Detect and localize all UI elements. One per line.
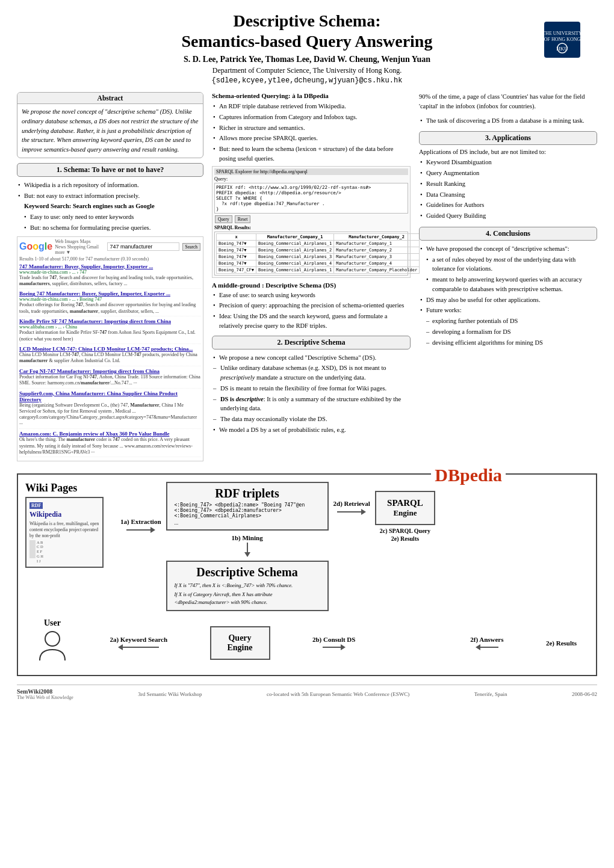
query-engine-box: Query Engine <box>210 626 270 660</box>
rdf-code-1: <:Boeing_747> <dbpedia2:name> "Boeing 74… <box>175 502 320 508</box>
s2-item-6: We model a DS by a set of probabilistic … <box>212 425 411 435</box>
footer-colocated: co-located with 5th European Semantic We… <box>267 691 409 697</box>
s4-item-3: meant to help answering keyword queries … <box>419 275 597 294</box>
sparql-results-area: x Manufacturer_Company_1 Manufacturer_Co… <box>214 232 408 275</box>
user-section: User <box>37 618 67 668</box>
s4-item-7: developing a formalism for DS <box>419 327 597 337</box>
footer-date: 2008-06-02 <box>572 691 597 697</box>
query-engine-sub: Engine <box>220 643 261 653</box>
s4-item-4: DS may also be useful for other applicat… <box>419 295 597 305</box>
so-item-1: An RDF triple database retrieved from Wi… <box>212 102 411 111</box>
rdf-code-2: <:Boeing_747> <dbpedia2:manufacturer><:B… <box>175 508 320 519</box>
hku-logo: THE UNIVERSITY OF HONG KONG HKU <box>544 22 580 58</box>
wiki-box: RDF Wikipedia Wikipedia is a free, multi… <box>25 497 104 567</box>
google-logo: Google <box>19 241 52 252</box>
sparql-reset-button[interactable]: Reset <box>235 215 251 223</box>
section3-title: 3. Applications <box>419 131 597 145</box>
s3-item-2: Query Augmentation <box>419 168 597 178</box>
section4-title: 4. Conclusions <box>419 227 597 241</box>
so-item-2: Captures information from Category and I… <box>212 112 411 122</box>
svg-text:OF HONG KONG: OF HONG KONG <box>544 37 580 42</box>
so-item-3: Richer in structure and semantics. <box>212 123 411 133</box>
s2-item-5: The data may occasionally violate the DS… <box>212 414 411 424</box>
s2-item-1: We propose a new concept called "Descrip… <box>212 353 411 363</box>
sparql-result-row-4: Boeing_747▼ Boeing_Commercial_Airplanes_… <box>217 260 420 266</box>
abstract-text: We propose the novel concept of "descrip… <box>17 104 203 158</box>
so-item-4: Allows more precise SPARQL queries. <box>212 134 411 143</box>
semwiki-label: SemWiki2008 <box>17 688 52 695</box>
google-result-4: LCD Monitor LCM-747: China LCD Monitor L… <box>19 346 201 366</box>
sparql-query-button[interactable]: Query <box>215 215 232 223</box>
ds-box: Descriptive Schema If X is "747", then X… <box>166 561 329 611</box>
google-nav: Web Images Maps News Shopping Gmail more… <box>55 239 102 255</box>
google-result-2: Boeing 747 Manufacturer: Buyer, Supplier… <box>19 291 201 316</box>
department: Department of Computer Science, The Univ… <box>17 66 597 75</box>
google-search-input[interactable] <box>107 242 179 251</box>
s3-item-5: Guidelines for Authors <box>419 200 597 210</box>
google-search-button[interactable]: Search <box>182 243 200 251</box>
section1-title: 1. Schema: To have or not to have? <box>17 163 203 177</box>
step-2d-label: 2d) Retrieval <box>333 500 370 507</box>
rdf-badge: RDF <box>29 502 43 509</box>
right-text-2: The task of discovering a DS from a data… <box>419 116 597 126</box>
step-2a-section: 2a) Keyword Search <box>110 636 167 650</box>
right-top-text: 90% of the time, a page of class 'Countr… <box>419 92 597 111</box>
dbpedia-label: DBpedia <box>431 465 506 485</box>
middle-ground-title: A middle-ground : Descriptive Schema (DS… <box>212 282 411 289</box>
title-line1: Descriptive Schema: <box>17 11 597 31</box>
ds-title: Descriptive Schema <box>175 565 320 579</box>
footer: SemWiki2008 The Wiki Web of Knowledge 3r… <box>17 685 597 700</box>
section1-item-4: Easy to use: only need to enter keywords <box>17 212 203 222</box>
s4-item-5: Future works: <box>419 306 597 315</box>
step-2e-r-label: 2e) Results <box>546 639 577 647</box>
google-result-6: Supplier0.com, China Manufacturer: China… <box>19 390 201 429</box>
schema-oriented-list: An RDF triple database retrieved from Wi… <box>212 102 411 164</box>
google-result-5: Car Fog NI-747 Manufacturer: Importing d… <box>19 368 201 389</box>
step-2e-section: 2e) Results <box>546 639 577 647</box>
s4-item-8: devising efficient algorithms for mining… <box>419 338 597 348</box>
sparql-engine-box: SPARQL Engine <box>375 491 435 525</box>
user-icon <box>37 630 67 668</box>
step-2f-section: 2f) Answers <box>470 636 503 650</box>
sparql-result-row-1: Boeing_747▼ Boeing_Commercial_Airplanes_… <box>217 240 420 247</box>
step-1b-label: 1b) Mining <box>231 534 262 541</box>
so-item-5: But: need to learn the schema (lexicon +… <box>212 144 411 164</box>
s3-item-6: Guided Query Building <box>419 211 597 221</box>
full-diagram: DBpedia Wiki Pages RDF Wikipedia Wikiped… <box>17 473 597 676</box>
rdf-triplets-box: RDF triplets <:Boeing_747> <dbpedia2:nam… <box>166 482 329 531</box>
wikipedia-desc: Wikipedia is a free, multilingual, open … <box>29 521 99 538</box>
google-result-7: Amazon.com: C. Benjamin review of Xbax 3… <box>19 431 201 457</box>
s2-item-2: Unlike ordinary database schemas (e.g. X… <box>212 363 411 383</box>
google-result-1: 747 Manufacturer: Buyer, Supplier, Impor… <box>19 263 201 289</box>
sparql-title-bar: SPARQL Explorer for http://dbpedia.org/s… <box>214 168 408 175</box>
section1-item-2: But: not easy to extract information pre… <box>17 191 203 201</box>
middle-ground-list: Ease of use: to search using keywords Pr… <box>212 291 411 331</box>
step-2c-label: 2c) SPARQL Query <box>380 528 430 534</box>
right-text-list: The task of discovering a DS from a data… <box>419 116 597 126</box>
schema-oriented-title: Schema-oriented Querying: à la DBpedia <box>212 92 411 99</box>
section1-item-3: Keyword Search: Search engines such as G… <box>17 202 203 211</box>
footer-workshop: 3rd Semantic Wiki Workshop <box>138 691 202 697</box>
sparql-query-area[interactable]: PREFIX rdf: <http://www.w3.org/1999/02/2… <box>214 183 408 214</box>
authors: S. D. Lee, Patrick Yee, Thomas Lee, Davi… <box>17 55 597 64</box>
svg-text:THE UNIVERSITY: THE UNIVERSITY <box>544 31 580 36</box>
s3-item-4: Data Cleansing <box>419 190 597 200</box>
section1-list: Wikipedia is a rich repository of inform… <box>17 180 203 233</box>
google-screenshot: Google Web Images Maps News Shopping Gma… <box>17 236 203 462</box>
s4-item-6: exploring further potentials of DS <box>419 316 597 326</box>
google-result-3: Kindle Prfire SF 747 Manufacturer: Impor… <box>19 318 201 344</box>
step-2e-label: 2e) Results <box>391 535 419 542</box>
abstract-title: Abstract <box>17 93 203 104</box>
section1-item-1: Wikipedia is a rich repository of inform… <box>17 180 203 190</box>
s3-item-3: Result Ranking <box>419 179 597 189</box>
middle-column: Schema-oriented Querying: à la DBpedia A… <box>212 92 411 465</box>
mg-item-1: Ease of use: to search using keywords <box>212 291 411 300</box>
wiki-pages-label: Wiki Pages <box>25 482 77 494</box>
svg-text:HKU: HKU <box>556 46 568 52</box>
section3-intro: Applications of DS include, but are not … <box>419 149 597 155</box>
step-1a-label: 1a) Extraction <box>120 518 161 525</box>
step-2b-section: 2b) Consult DS <box>312 636 356 650</box>
sparql-query-label: Query: <box>214 176 408 182</box>
semwiki-sub-label: The Wiki Web of Knowledge <box>17 695 73 700</box>
rdf-ellipsis: ... <box>175 520 320 526</box>
